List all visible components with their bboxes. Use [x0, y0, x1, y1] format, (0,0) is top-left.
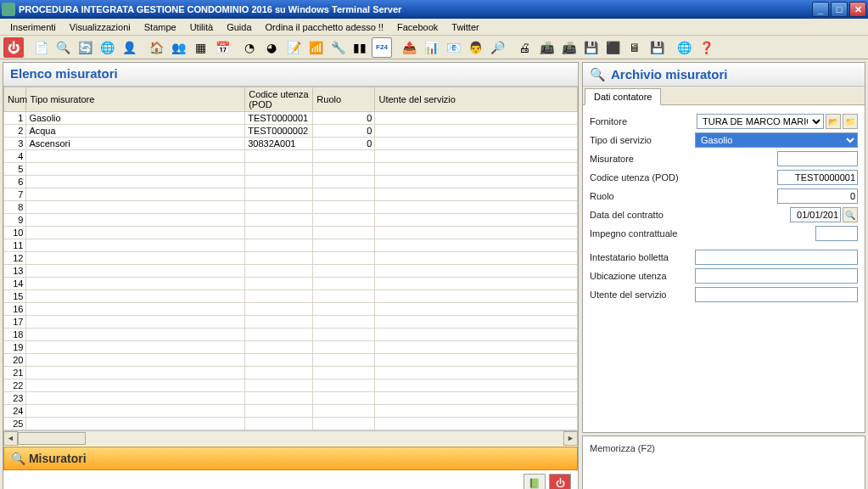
save-icon[interactable]: 💾 [647, 37, 667, 58]
data-contratto-label: Data del contratto [590, 210, 683, 220]
printer-icon[interactable]: 🖨 [514, 37, 535, 58]
maximize-button[interactable]: □ [831, 2, 848, 17]
pod-label: Codice utenza (POD) [590, 172, 683, 183]
help-icon[interactable]: ❓ [696, 37, 716, 58]
table-row[interactable]: 5 [4, 163, 578, 176]
table-row[interactable]: 10 [4, 227, 578, 239]
fornitore-label: Fornitore [590, 116, 683, 126]
piechart2-icon[interactable]: ◕ [261, 37, 282, 58]
table-row[interactable]: 9 [4, 214, 578, 227]
send-icon[interactable]: 📤 [399, 37, 419, 58]
table-row[interactable]: 11 [4, 239, 578, 252]
ruolo-label: Ruolo [590, 191, 683, 201]
piechart-icon[interactable]: ◔ [239, 37, 260, 58]
close-button[interactable]: ✕ [849, 2, 866, 17]
col-num[interactable]: Num [4, 87, 26, 112]
search-icon[interactable]: 🔍 [53, 37, 73, 58]
scroll-thumb[interactable] [18, 432, 86, 445]
chart-icon[interactable]: 📊 [421, 37, 441, 58]
table-row[interactable]: 4 [4, 150, 578, 163]
utente-servizio-label: Utente del servizio [590, 289, 683, 300]
stairs-icon[interactable]: 📶 [305, 37, 326, 58]
person-icon[interactable]: 👨 [465, 37, 485, 58]
scan1-icon[interactable]: 📠 [536, 37, 557, 58]
grid-icon[interactable]: ▦ [190, 37, 210, 58]
table-row[interactable]: 12 [4, 252, 578, 265]
table-row[interactable]: 21 [4, 367, 578, 379]
table-row[interactable]: 15 [4, 290, 578, 303]
doc-search-icon[interactable]: 🔎 [487, 37, 507, 58]
intestatario-input[interactable] [695, 250, 858, 265]
calendar-icon[interactable]: 📅 [212, 37, 232, 58]
horizontal-scrollbar[interactable]: ◄ ► [3, 430, 578, 445]
power-icon[interactable]: ⏻ [3, 37, 24, 58]
home-icon[interactable]: 🏠 [146, 37, 166, 58]
globe-person-icon[interactable]: 🌐 [97, 37, 117, 58]
refresh-icon[interactable]: 🔄 [75, 37, 95, 58]
f24-icon[interactable]: F24 [372, 37, 392, 58]
user-icon[interactable]: 👤 [119, 37, 139, 58]
misuratori-grid: Num Tipo misuratore Codice utenza (POD R… [3, 87, 578, 430]
black-icon[interactable]: ⬛ [602, 37, 623, 58]
col-tipo[interactable]: Tipo misuratore [26, 87, 245, 112]
table-row[interactable]: 24 [4, 405, 578, 418]
table-row[interactable]: 22 [4, 379, 578, 392]
menu-visualizzazioni[interactable]: Visualizzazioni [63, 20, 137, 34]
people-icon[interactable]: 👥 [168, 37, 188, 58]
table-row[interactable]: 7 [4, 188, 578, 201]
menu-twitter[interactable]: Twitter [445, 20, 485, 34]
menu-utilita[interactable]: Utilità [183, 20, 221, 34]
utente-servizio-input[interactable] [695, 287, 858, 302]
impegno-input[interactable] [815, 226, 858, 241]
menu-facebook[interactable]: Facebook [390, 20, 445, 34]
date-picker-icon[interactable]: 🔍 [843, 207, 858, 222]
excel-export-button[interactable]: 📗 [524, 474, 546, 489]
document-icon[interactable]: 📄 [31, 37, 51, 58]
menu-inserimenti[interactable]: Inserimenti [3, 20, 63, 34]
scroll-right-button[interactable]: ► [563, 431, 578, 446]
table-row[interactable]: 23 [4, 392, 578, 405]
tipo-servizio-select[interactable]: Gasolio [695, 132, 858, 148]
table-row[interactable]: 2AcquaTEST00000020 [4, 125, 578, 138]
grid-container[interactable]: Num Tipo misuratore Codice utenza (POD R… [3, 87, 578, 430]
pod-input[interactable] [777, 170, 858, 185]
table-row[interactable]: 1GasolioTEST00000010 [4, 112, 578, 125]
menu-stampe[interactable]: Stampe [137, 20, 183, 34]
mail-icon[interactable]: 📧 [443, 37, 463, 58]
misuratore-input[interactable] [777, 151, 858, 166]
table-row[interactable]: 8 [4, 201, 578, 214]
table-row[interactable]: 25 [4, 418, 578, 430]
menu-bar: Inserimenti Visualizzazioni Stampe Utili… [0, 19, 868, 36]
col-utente[interactable]: Utente del servizio [375, 87, 578, 112]
table-row[interactable]: 18 [4, 329, 578, 341]
table-row[interactable]: 16 [4, 303, 578, 316]
folder-new-icon[interactable]: 📁 [843, 114, 858, 129]
menu-guida[interactable]: Guida [220, 20, 258, 34]
table-row[interactable]: 13 [4, 265, 578, 278]
col-cod[interactable]: Codice utenza (POD [245, 87, 313, 112]
ruolo-input[interactable] [777, 188, 858, 204]
table-row[interactable]: 14 [4, 278, 578, 290]
scan2-icon[interactable]: 📠 [558, 37, 579, 58]
table-row[interactable]: 17 [4, 316, 578, 329]
table-row[interactable]: 3Ascensori30832A0010 [4, 138, 578, 150]
fornitore-select[interactable]: TURA DE MARCO MARIO [697, 114, 824, 129]
close-panel-button[interactable]: ⏻ [549, 474, 571, 489]
table-row[interactable]: 19 [4, 341, 578, 354]
wrench-icon[interactable]: 🔧 [328, 37, 348, 58]
folder-open-icon[interactable]: 📂 [826, 114, 841, 129]
note-icon[interactable]: 📝 [283, 37, 304, 58]
ubicazione-input[interactable] [695, 268, 858, 284]
col-ruolo[interactable]: Ruolo [313, 87, 375, 112]
table-row[interactable]: 20 [4, 354, 578, 367]
data-contratto-input[interactable] [790, 207, 841, 222]
disk-icon[interactable]: 💾 [580, 37, 601, 58]
tab-dati-contatore[interactable]: Dati contatore [585, 88, 661, 105]
minimize-button[interactable]: _ [812, 2, 829, 17]
table-row[interactable]: 6 [4, 176, 578, 188]
barcode-icon[interactable]: ▮▮ [350, 37, 370, 58]
monitor-icon[interactable]: 🖥 [624, 37, 645, 58]
web-icon[interactable]: 🌐 [674, 37, 694, 58]
scroll-left-button[interactable]: ◄ [3, 431, 18, 446]
menu-ordina[interactable]: Ordina il pacchetto adesso !! [259, 20, 390, 34]
